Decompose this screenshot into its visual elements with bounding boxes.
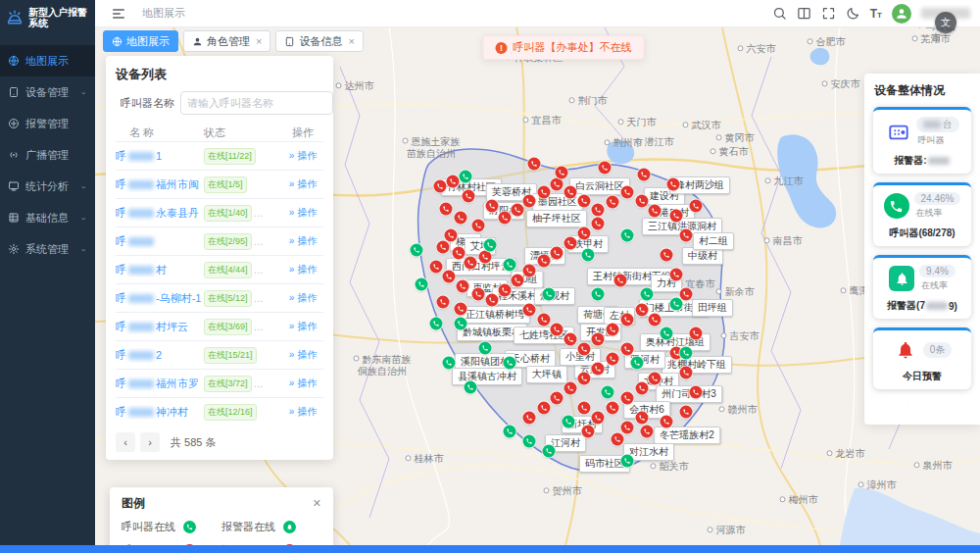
device-name-link[interactable]: 呼永泰县丹	[116, 206, 204, 221]
marker-caller-offline[interactable]	[472, 220, 485, 232]
marker-caller-online[interactable]	[543, 445, 556, 458]
marker-caller-offline[interactable]	[607, 402, 619, 415]
row-operation-link[interactable]: » 操作	[282, 234, 323, 248]
marker-caller-offline[interactable]	[437, 241, 450, 254]
marker-caller-offline[interactable]	[661, 249, 673, 262]
marker-caller-online[interactable]	[460, 171, 472, 183]
marker-caller-offline[interactable]	[690, 327, 703, 340]
marker-caller-online[interactable]	[680, 347, 693, 360]
map-canvas[interactable]: 巴中市达州市神农架林区荆门市宜昌市天门市武汉市潜江市荆州市黄冈市黄石市恩施土家族…	[95, 27, 980, 545]
marker-caller-offline[interactable]	[538, 314, 551, 327]
marker-caller-offline[interactable]	[649, 373, 662, 385]
marker-caller-offline[interactable]	[453, 247, 466, 260]
translate-badge-icon[interactable]: 文	[935, 12, 956, 33]
marker-caller-offline[interactable]	[607, 324, 619, 336]
marker-caller-offline[interactable]	[582, 426, 595, 438]
sidebar-item-broadcast[interactable]: 广播管理	[0, 139, 95, 171]
sidebar-item-alarm[interactable]: 报警管理	[0, 108, 95, 139]
marker-caller-online[interactable]	[504, 357, 516, 370]
marker-caller-online[interactable]	[592, 288, 605, 301]
marker-caller-online[interactable]	[416, 278, 428, 291]
marker-caller-online[interactable]	[631, 357, 644, 370]
marker-caller-online[interactable]	[523, 435, 536, 448]
marker-caller-offline[interactable]	[612, 433, 624, 446]
marker-caller-offline[interactable]	[551, 324, 564, 336]
prev-page-button[interactable]: ‹	[116, 432, 135, 452]
marker-caller-online[interactable]	[484, 239, 497, 252]
device-name-link[interactable]: 呼村坪云	[116, 320, 204, 334]
avatar[interactable]	[892, 4, 911, 24]
marker-caller-offline[interactable]	[578, 195, 591, 208]
device-name-link[interactable]: 呼神冲村	[116, 405, 204, 420]
marker-caller-offline[interactable]	[528, 158, 541, 171]
marker-caller-offline[interactable]	[499, 212, 512, 225]
map-village-label[interactable]: 村二组	[693, 232, 734, 250]
marker-caller-offline[interactable]	[472, 288, 485, 301]
marker-caller-offline[interactable]	[551, 392, 564, 405]
marker-caller-offline[interactable]	[621, 343, 634, 356]
marker-caller-online[interactable]	[479, 342, 492, 355]
tab-deviceinfo[interactable]: 设备信息×	[275, 30, 363, 52]
marker-caller-offline[interactable]	[621, 422, 634, 434]
marker-caller-offline[interactable]	[523, 412, 536, 425]
device-name-link[interactable]: 呼-乌柳村-1	[116, 291, 204, 306]
marker-caller-offline[interactable]	[434, 180, 447, 193]
device-name-link[interactable]: 呼福州市闽	[116, 177, 204, 192]
marker-caller-offline[interactable]	[499, 284, 512, 297]
marker-caller-offline[interactable]	[592, 204, 605, 217]
marker-caller-offline[interactable]	[670, 269, 683, 281]
marker-caller-online[interactable]	[641, 288, 654, 301]
map-village-label[interactable]: 县溪镇古冲村	[452, 368, 522, 385]
map-village-label[interactable]: 正江镇桥树塆	[460, 306, 530, 324]
marker-caller-offline[interactable]	[636, 382, 649, 395]
marker-caller-online[interactable]	[582, 249, 595, 262]
sidebar-item-basic[interactable]: 基础信息⌄	[0, 202, 95, 233]
close-icon[interactable]: ×	[256, 36, 262, 47]
marker-caller-offline[interactable]	[512, 204, 524, 217]
row-operation-link[interactable]: » 操作	[282, 206, 323, 220]
marker-caller-offline[interactable]	[564, 333, 577, 346]
marker-caller-offline[interactable]	[638, 169, 651, 181]
search-icon[interactable]	[772, 6, 787, 21]
legend-close-icon[interactable]: ✕	[313, 497, 321, 510]
device-name-link[interactable]: 呼1	[116, 149, 204, 164]
marker-caller-offline[interactable]	[564, 237, 577, 250]
marker-caller-online[interactable]	[455, 318, 467, 330]
marker-caller-offline[interactable]	[690, 200, 703, 213]
marker-caller-offline[interactable]	[578, 373, 591, 385]
marker-caller-offline[interactable]	[592, 218, 605, 230]
marker-caller-offline[interactable]	[556, 167, 568, 179]
device-name-link[interactable]: 呼村	[116, 263, 204, 277]
caller-name-input[interactable]	[180, 91, 333, 115]
row-operation-link[interactable]: » 操作	[282, 149, 323, 163]
columns-icon[interactable]	[797, 6, 811, 21]
map-village-label[interactable]: 兆棚村岭下组	[662, 356, 732, 374]
marker-caller-online[interactable]	[670, 298, 683, 311]
marker-caller-offline[interactable]	[636, 195, 649, 208]
marker-caller-offline[interactable]	[455, 212, 467, 225]
marker-caller-online[interactable]	[621, 455, 634, 468]
moon-icon[interactable]	[846, 6, 860, 21]
marker-caller-offline[interactable]	[486, 200, 499, 213]
marker-caller-offline[interactable]	[621, 186, 634, 199]
row-operation-link[interactable]: » 操作	[282, 348, 323, 362]
marker-caller-offline[interactable]	[538, 402, 551, 415]
marker-caller-offline[interactable]	[592, 333, 605, 346]
marker-caller-offline[interactable]	[551, 247, 564, 260]
device-name-link[interactable]: 呼2	[116, 348, 204, 363]
tab-map[interactable]: 地图展示	[103, 30, 178, 52]
hamburger-icon[interactable]	[111, 6, 126, 22]
sidebar-item-stats[interactable]: 统计分析⌄	[0, 171, 95, 202]
row-operation-link[interactable]: » 操作	[282, 177, 323, 191]
sidebar-item-system[interactable]: 系统管理⌄	[0, 233, 95, 265]
marker-caller-offline[interactable]	[465, 257, 477, 270]
marker-caller-offline[interactable]	[667, 178, 680, 191]
map-village-label[interactable]: 柚子坪社区	[526, 210, 587, 227]
device-name-link[interactable]: 呼	[116, 234, 204, 249]
row-operation-link[interactable]: » 操作	[282, 405, 323, 419]
marker-caller-online[interactable]	[430, 318, 443, 330]
next-page-button[interactable]: ›	[140, 432, 160, 452]
row-operation-link[interactable]: » 操作	[282, 263, 323, 276]
marker-caller-offline[interactable]	[512, 275, 524, 287]
marker-caller-offline[interactable]	[578, 227, 591, 240]
